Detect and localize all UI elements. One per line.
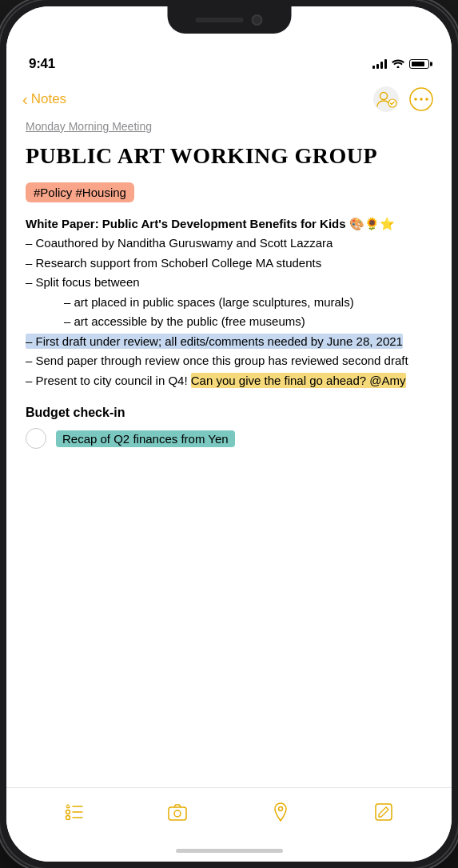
battery-icon <box>409 59 429 69</box>
signal-icon <box>372 59 387 69</box>
phone-frame: 9:41 <box>0 0 458 868</box>
highlight-blue: – First draft under review; all edits/co… <box>26 334 403 349</box>
nav-bar: ‹ Notes <box>6 82 452 120</box>
location-icon <box>270 802 291 822</box>
wifi-icon <box>392 58 404 70</box>
note-body: White Paper: Public Art's Development Be… <box>26 215 432 390</box>
note-line-7: – Send paper through review once this gr… <box>26 352 432 370</box>
person-badge-checkmark-icon <box>372 86 400 113</box>
checklist-text: Recap of Q2 finances from Yen <box>56 430 235 447</box>
nav-actions <box>372 85 436 114</box>
collaboration-button[interactable] <box>372 85 400 114</box>
svg-point-12 <box>66 816 70 820</box>
signal-bar-3 <box>380 62 383 69</box>
highlight-yellow: Can you give the final go ahead? @Amy <box>191 373 406 388</box>
toolbar <box>6 787 452 839</box>
screen: 9:41 <box>6 6 452 862</box>
note-title: PUBLIC ART WORKING GROUP <box>26 142 432 170</box>
checklist-icon <box>64 802 85 822</box>
notch <box>167 6 291 34</box>
back-button[interactable]: ‹ Notes <box>22 91 66 107</box>
tags-text: #Policy #Housing <box>34 186 126 199</box>
signal-bar-4 <box>384 59 387 69</box>
tags-row: #Policy #Housing <box>26 182 134 202</box>
more-button[interactable] <box>407 85 436 114</box>
home-indicator <box>6 839 452 862</box>
budget-section: Budget check-in Recap of Q2 finances fro… <box>26 406 432 449</box>
section-title: White Paper: Public Art's Development Be… <box>26 215 432 234</box>
checklist-item: Recap of Q2 finances from Yen <box>26 428 432 449</box>
front-camera <box>252 14 263 26</box>
edit-button[interactable] <box>366 794 401 830</box>
budget-title: Budget check-in <box>26 406 432 420</box>
signal-bar-1 <box>372 66 375 69</box>
svg-rect-16 <box>376 804 392 820</box>
note-line-8: – Present to city council in Q4! Can you… <box>26 372 432 390</box>
svg-point-4 <box>414 98 417 101</box>
note-line-4: – art placed in public spaces (large scu… <box>26 294 432 312</box>
pencil-square-icon <box>373 802 394 822</box>
note-line-3: – Split focus between <box>26 274 432 292</box>
back-label: Notes <box>31 91 66 107</box>
camera-button[interactable] <box>160 794 195 830</box>
ellipsis-circle-icon <box>408 86 434 112</box>
signal-bar-2 <box>376 64 379 69</box>
notch-area <box>6 6 452 46</box>
chevron-left-icon: ‹ <box>22 91 28 107</box>
note-line-5: – art accessible by the public (free mus… <box>26 313 432 331</box>
svg-point-14 <box>174 810 181 817</box>
speaker <box>196 18 244 22</box>
svg-rect-13 <box>169 807 186 820</box>
note-line-1: – Coauthored by Nanditha Guruswamy and S… <box>26 234 432 253</box>
home-bar <box>176 849 283 853</box>
status-bar: 9:41 <box>6 46 452 82</box>
svg-point-6 <box>425 98 428 101</box>
note-line-6: – First draft under review; all edits/co… <box>26 333 432 351</box>
note-line-2: – Research support from Schoberl College… <box>26 254 432 273</box>
checklist-button[interactable] <box>57 794 92 830</box>
status-icons <box>372 58 429 70</box>
svg-point-7 <box>66 810 70 814</box>
status-time: 9:41 <box>29 56 55 72</box>
checkbox[interactable] <box>26 428 46 449</box>
svg-point-15 <box>279 807 283 811</box>
note-subtitle: Monday Morning Meeting <box>26 120 432 133</box>
camera-icon <box>167 802 188 822</box>
note-content: Monday Morning Meeting PUBLIC ART WORKIN… <box>6 120 452 787</box>
location-button[interactable] <box>263 794 298 830</box>
svg-point-5 <box>420 98 423 101</box>
